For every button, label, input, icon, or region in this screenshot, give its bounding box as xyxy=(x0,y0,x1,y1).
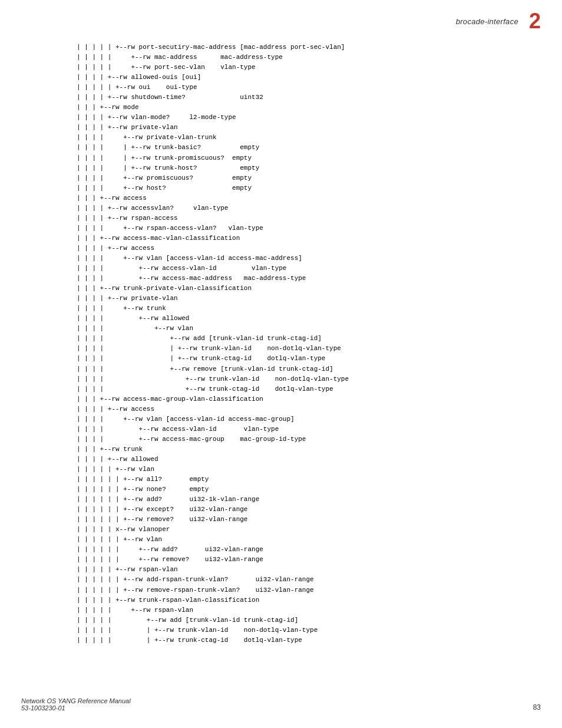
code-line: | | | | | +--rw trunk-rspan-vlan-classif… xyxy=(77,597,259,604)
code-line: | | | | +--rw private-vlan xyxy=(77,295,178,302)
code-line: | | | | +--rw access-vlan-id vlan-type xyxy=(77,426,279,433)
code-line: | | | | +--rw allowed-ouis [oui] xyxy=(77,74,201,81)
footer-doc-number: 53-1003230-01 xyxy=(21,704,131,711)
code-line: | | | | | +--rw oui oui-type xyxy=(77,84,197,91)
footer-page-number: 83 xyxy=(533,703,541,711)
code-line: | | | +--rw trunk-private-vlan-classific… xyxy=(77,285,252,292)
code-line: | | | | | +--rw trunk-vlan-id non-dotlq-… xyxy=(77,345,341,352)
code-line: | | | | +--rw vlan [access-vlan-id acces… xyxy=(77,416,295,423)
code-line: | | | | | | +--rw trunk-ctag-id dotlq-vl… xyxy=(77,637,302,644)
code-line: | | | | +--rw allowed xyxy=(77,456,158,463)
code-line: | | | | | | +--rw all? empty xyxy=(77,476,209,483)
code-line: | | | +--rw access-mac-group-vlan-classi… xyxy=(77,396,263,403)
code-line: | | | | +--rw shutdown-time? uint32 xyxy=(77,94,263,101)
code-line: | | | | | +--rw add [trunk-vlan-id trunk… xyxy=(77,617,298,624)
code-line: | | | | +--rw access-mac-address mac-add… xyxy=(77,275,306,282)
code-line: | | | | +--rw vlan xyxy=(77,325,193,332)
code-line: | | | | | +--rw trunk-promiscuous? empty xyxy=(77,154,252,162)
code-line: | | | | | +--rw mac-address mac-address-… xyxy=(77,54,283,61)
code-line: | | | | | | +--rw trunk-vlan-id non-dotl… xyxy=(77,627,318,634)
code-line: | | | | +--rw trunk xyxy=(77,305,166,312)
code-line: | | | | | +--rw trunk-basic? empty xyxy=(77,144,259,151)
code-line: | | | | +--rw accessvlan? vlan-type xyxy=(77,205,228,212)
page-footer: Network OS YANG Reference Manual 53-1003… xyxy=(21,697,541,711)
code-block: | | | | | +--rw port-secutiry-mac-addres… xyxy=(0,37,562,651)
code-line: | | | | | | +--rw none? empty xyxy=(77,486,209,493)
code-line: | | | +--rw access-mac-vlan-classificati… xyxy=(77,235,240,242)
code-line: | | | | | x--rw vlanoper xyxy=(77,526,170,533)
code-line: | | | | | | +--rw add? ui32-1k-vlan-rang… xyxy=(77,496,259,503)
code-line: | | | | | +--rw trunk-ctag-id dotlq-vlan… xyxy=(77,355,325,362)
page-header: brocade-interface 2 xyxy=(0,0,562,37)
code-line: | | | | | +--rw trunk-host? empty xyxy=(77,164,259,172)
code-line: | | | | | | +--rw remove? ui32-vlan-rang… xyxy=(77,556,263,563)
header-title: brocade-interface xyxy=(456,17,518,26)
code-line: | | | | | +--rw port-secutiry-mac-addres… xyxy=(77,44,345,51)
code-line: | | | | +--rw remove [trunk-vlan-id trun… xyxy=(77,365,333,373)
code-line: | | | | | | +--rw remove? ui32-vlan-rang… xyxy=(77,516,247,523)
code-line: | | | | | +--rw vlan xyxy=(77,466,154,473)
code-line: | | | +--rw trunk xyxy=(77,446,143,453)
code-line: | | | | | | +--rw remove-rspan-trunk-vla… xyxy=(77,587,314,594)
code-line: | | | | +--rw add [trunk-vlan-id trunk-c… xyxy=(77,335,322,342)
code-line: | | | | +--rw trunk-ctag-id dotlq-vlan-t… xyxy=(77,386,333,393)
footer-left: Network OS YANG Reference Manual 53-1003… xyxy=(21,697,131,711)
code-line: | | | | +--rw trunk-vlan-id non-dotlq-vl… xyxy=(77,375,349,383)
code-line: | | | | +--rw access xyxy=(77,245,154,252)
code-line: | | | | +--rw private-vlan-trunk xyxy=(77,134,217,141)
code-line: | | | | | +--rw rspan-vlan xyxy=(77,607,193,614)
code-line: | | | | +--rw rspan-access-vlan? vlan-ty… xyxy=(77,225,263,232)
code-line: | | | | +--rw rspan-access xyxy=(77,215,178,222)
code-line: | | | | +--rw promiscuous? empty xyxy=(77,174,252,182)
code-line: | | | +--rw mode xyxy=(77,104,139,111)
code-line: | | | | +--rw host? empty xyxy=(77,185,252,192)
code-line: | | | | | +--rw rspan-vlan xyxy=(77,566,178,573)
code-line: | | | | +--rw access-vlan-id vlan-type xyxy=(77,265,286,272)
code-line: | | | | | | +--rw vlan xyxy=(77,536,162,543)
code-line: | | | | | | +--rw except? ui32-vlan-rang… xyxy=(77,506,247,513)
code-line: | | | +--rw access xyxy=(77,195,147,202)
code-line: | | | | | +--rw port-sec-vlan vlan-type xyxy=(77,64,256,71)
footer-manual-title: Network OS YANG Reference Manual xyxy=(21,697,131,704)
code-line: | | | | +--rw allowed xyxy=(77,315,189,322)
code-line: | | | | +--rw access xyxy=(77,406,154,413)
chapter-number: 2 xyxy=(529,11,541,32)
code-line: | | | | +--rw vlan-mode? l2-mode-type xyxy=(77,114,236,121)
code-line: | | | | +--rw access-mac-group mac-group… xyxy=(77,436,306,443)
code-line: | | | | +--rw vlan [access-vlan-id acces… xyxy=(77,255,302,262)
code-line: | | | | | | +--rw add? ui32-vlan-range xyxy=(77,546,263,553)
code-line: | | | | | | +--rw add-rspan-trunk-vlan? … xyxy=(77,576,314,583)
code-line: | | | | +--rw private-vlan xyxy=(77,124,178,131)
